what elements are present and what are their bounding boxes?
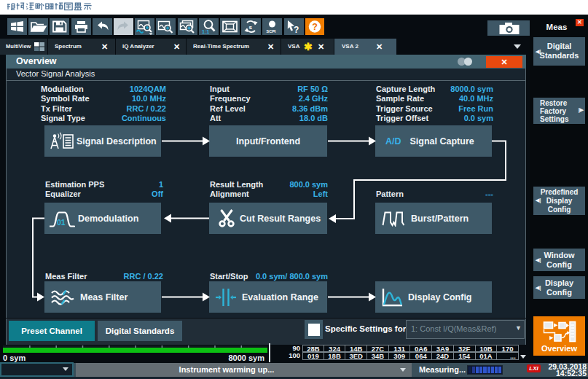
svg-text:?: ? — [312, 22, 318, 32]
svg-text:SCPI: SCPI — [267, 29, 276, 34]
svg-text:?: ? — [294, 25, 299, 35]
svg-text:s: s — [249, 24, 253, 31]
svg-text:1:1: 1:1 — [202, 29, 209, 34]
